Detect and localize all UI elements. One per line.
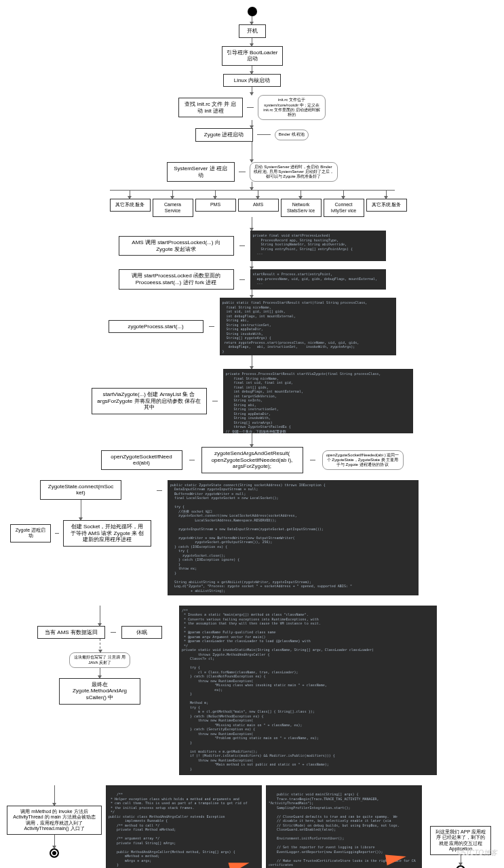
code-zygote-connect: public static ZygoteState connect(String… bbox=[168, 480, 419, 595]
sleep-box: 休眠 bbox=[121, 626, 162, 639]
zygote-send-annotation: openZygoteSocketIfNeeded(abi ) 返回一个 Zygo… bbox=[322, 450, 404, 471]
create-socket-box: 创建 Socket，开始死循环，用 于等待 AMS 请求 Zygote 来 创建… bbox=[63, 520, 151, 547]
code-zygote-start: public static final ProcessStartResult s… bbox=[220, 298, 396, 355]
ams-start-box: AMS 调用 startProcessLocked(...) 向 Zygote … bbox=[119, 236, 234, 256]
start-node bbox=[248, 7, 257, 16]
zygote-box: Zygote 进程启动 bbox=[195, 128, 253, 142]
code-start-process: private final void startProcessLocked( P… bbox=[250, 231, 386, 261]
code-process-start: startResult = Process.start(entryPoint, … bbox=[250, 269, 386, 290]
code-method-args-caller: /** * Helper exception class which holds… bbox=[106, 785, 262, 868]
service-connectivity: Connect ivitySer vice bbox=[324, 199, 364, 217]
start-via-zygote-box: startViaZygote(...) 创建 ArrayList 集 合 arg… bbox=[92, 388, 207, 414]
final-zygote-box: 最终在 Zygote.MethodAndArg sCaller() 中 bbox=[59, 678, 140, 705]
flowchart-root: 开机 引导程序 BootLoader 启动 Linux 内核启动 查找 init… bbox=[3, 7, 501, 473]
zygote-send-args-box: zygoteSendArgsAndGetResult( openZygoteSo… bbox=[201, 447, 303, 473]
zygote-process-start-box: zygoteProcess.start(...) bbox=[109, 320, 203, 334]
binder-annotation: Binder 线 程池 bbox=[275, 130, 309, 140]
services-row: 其它系统 服务 Camera Service PMS AMS Network S… bbox=[110, 191, 395, 217]
process-start-box: 调用 startProcessLocked 函数里面的 Procoeess.st… bbox=[119, 269, 234, 289]
service-camera: Camera Service bbox=[153, 199, 193, 217]
arrow-icon-2 bbox=[385, 850, 412, 865]
bootloader-box: 引导程序 BootLoader 启动 bbox=[222, 46, 283, 66]
code-start-via-zygote: private Process.ProcessStartResult start… bbox=[223, 369, 413, 433]
init-rc-box: 查找 init.rc 文件 并 启动 init 进程 bbox=[178, 98, 243, 117]
invoke-method-box: 调用 mMethod 的 invoke 方法后 ActivityThread 的… bbox=[7, 806, 102, 835]
ams-data-box: 当有 AMS 有数据返回 bbox=[37, 626, 105, 639]
system-server-box: SystemServer 进 程启动 bbox=[167, 162, 235, 182]
code-text-7: /** * Helper exception class which holds… bbox=[109, 792, 248, 868]
service-network: Network StatsServ ice bbox=[281, 199, 322, 217]
init-rc-annotation: init.rc 文件位于 system/core/rootdir 中 ; 定义在… bbox=[258, 95, 326, 120]
zygote-process-label: Zygote 进程启动 bbox=[10, 524, 51, 542]
code-activity-thread-main: public static void main(String[] args) {… bbox=[266, 785, 422, 868]
code-invoke-static-main: /** * Invokes a static "main(argv[]) met… bbox=[179, 606, 437, 775]
arrow-icon bbox=[229, 856, 256, 868]
zygote-state-connect-box: ZygoteState.connect(mSoc ket) bbox=[40, 480, 121, 500]
system-server-annotation: 启动 SystemServer 进程时，会启动 Binder 线程 池, 且用 … bbox=[250, 162, 338, 182]
open-zygote-socket-box: openZygoteSocketIfNeed ed(abi) bbox=[101, 450, 182, 470]
watermark: ©51CTO博客 bbox=[457, 848, 497, 858]
